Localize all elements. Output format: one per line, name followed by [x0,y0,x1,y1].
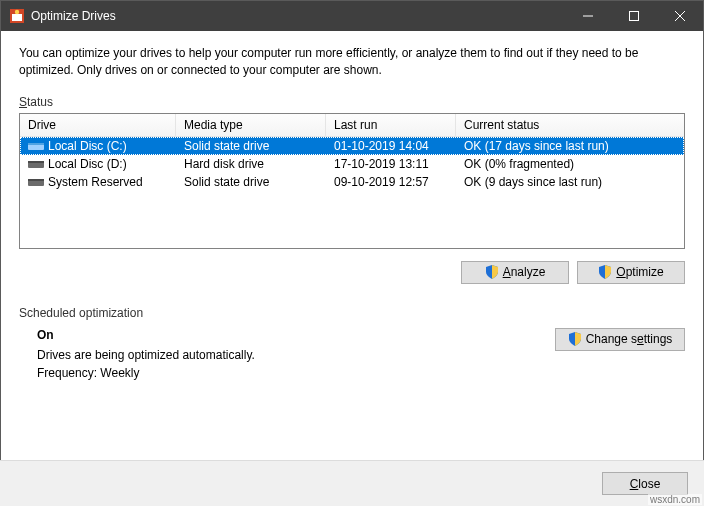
drive-list[interactable]: Drive Media type Last run Current status… [19,113,685,249]
drive-last-run: 17-10-2019 13:11 [326,157,456,171]
col-header-status[interactable]: Current status [456,114,684,136]
action-buttons: Analyze Optimize [19,261,685,284]
watermark: wsxdn.com [648,494,702,505]
drive-name: System Reserved [48,175,143,189]
intro-text: You can optimize your drives to help you… [19,45,685,79]
window-title: Optimize Drives [31,9,565,23]
drive-media: Hard disk drive [176,157,326,171]
drive-media: Solid state drive [176,139,326,153]
shield-icon [568,332,582,346]
titlebar: Optimize Drives [1,1,703,31]
schedule-info: On Drives are being optimized automatica… [37,328,255,384]
drive-media: Solid state drive [176,175,326,189]
shield-icon [485,265,499,279]
svg-rect-13 [28,179,44,181]
drive-name: Local Disc (C:) [48,139,127,153]
col-header-drive[interactable]: Drive [20,114,176,136]
status-label: Status [19,95,685,109]
schedule-state: On [37,328,255,342]
content-area: You can optimize your drives to help you… [1,31,703,394]
drive-status: OK (17 days since last run) [456,139,684,153]
svg-rect-2 [12,14,22,21]
window-controls [565,1,703,31]
col-header-media[interactable]: Media type [176,114,326,136]
close-window-button[interactable] [657,1,703,31]
bottom-bar: Close [0,460,704,506]
svg-rect-9 [28,143,44,145]
drive-last-run: 09-10-2019 12:57 [326,175,456,189]
drive-name: Local Disc (D:) [48,157,127,171]
schedule-label: Scheduled optimization [19,306,685,320]
table-row[interactable]: Local Disc (C:)Solid state drive01-10-20… [20,137,684,155]
close-button[interactable]: Close [602,472,688,495]
schedule-frequency: Frequency: Weekly [37,366,255,380]
minimize-button[interactable] [565,1,611,31]
drive-status: OK (9 days since last run) [456,175,684,189]
schedule-auto-text: Drives are being optimized automatically… [37,348,255,362]
optimize-button[interactable]: Optimize [577,261,685,284]
svg-point-3 [15,10,19,14]
list-header: Drive Media type Last run Current status [20,114,684,137]
analyze-label: nalyze [511,265,546,279]
schedule-section: Scheduled optimization On Drives are bei… [19,306,685,384]
svg-rect-5 [630,12,639,21]
maximize-button[interactable] [611,1,657,31]
drive-icon [28,158,44,170]
app-icon [9,8,25,24]
table-row[interactable]: System ReservedSolid state drive09-10-20… [20,173,684,191]
change-settings-button[interactable]: Change settings [555,328,685,351]
analyze-button[interactable]: Analyze [461,261,569,284]
table-row[interactable]: Local Disc (D:)Hard disk drive17-10-2019… [20,155,684,173]
shield-icon [598,265,612,279]
svg-rect-11 [28,161,44,163]
drive-icon [28,140,44,152]
drive-last-run: 01-10-2019 14:04 [326,139,456,153]
drive-icon [28,176,44,188]
col-header-last[interactable]: Last run [326,114,456,136]
optimize-label: ptimize [626,265,664,279]
close-label: lose [638,477,660,491]
drive-status: OK (0% fragmented) [456,157,684,171]
